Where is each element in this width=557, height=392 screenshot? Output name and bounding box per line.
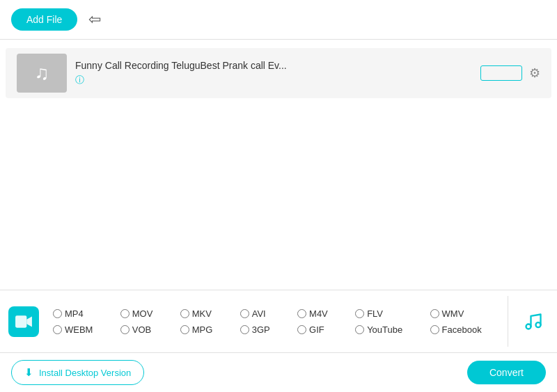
format-option-m4v[interactable]: M4V	[292, 308, 350, 319]
arrow-icon: ⇦	[88, 10, 101, 29]
format-option-mpg[interactable]: MPG	[175, 324, 235, 335]
file-name: Funny Call Recording TeluguBest Prank ca…	[75, 60, 472, 71]
bottom-bar: ⬇ Install Desktop Version Convert	[0, 352, 557, 392]
format-option-mkv[interactable]: MKV	[175, 308, 235, 319]
add-file-button[interactable]: Add File	[11, 8, 77, 31]
file-info: Funny Call Recording TeluguBest Prank ca…	[75, 60, 472, 86]
install-desktop-button[interactable]: ⬇ Install Desktop Version	[11, 360, 144, 385]
format-option-wmv[interactable]: WMV	[425, 308, 503, 319]
format-option-flv[interactable]: FLV	[350, 308, 424, 319]
download-icon: ⬇	[24, 366, 33, 379]
toolbar: Add File ⇦	[0, 0, 557, 40]
format-option-3gp[interactable]: 3GP	[235, 324, 292, 335]
format-option-webm[interactable]: WEBM	[47, 324, 115, 335]
install-label: Install Desktop Version	[39, 368, 131, 378]
file-list: ♫ Funny Call Recording TeluguBest Prank …	[0, 40, 557, 290]
file-thumbnail: ♫	[17, 54, 67, 93]
svg-point-2	[526, 324, 531, 329]
format-bar-divider	[508, 296, 508, 347]
music-note-icon: ♫	[35, 62, 49, 84]
format-grid: MP4 MOV MKV AVI M4V FLV WMV WEBM VOB MPG	[47, 308, 503, 335]
format-option-vob[interactable]: VOB	[115, 324, 175, 335]
video-format-icon[interactable]	[8, 306, 39, 337]
format-option-mov[interactable]: MOV	[115, 308, 175, 319]
format-option-mp4[interactable]: MP4	[47, 308, 115, 319]
file-actions: ⚙	[480, 65, 540, 81]
format-option-facebook[interactable]: Facebook	[425, 324, 503, 335]
info-icon[interactable]: ⓘ	[75, 74, 472, 86]
settings-icon[interactable]: ⚙	[529, 65, 540, 81]
audio-format-icon[interactable]	[518, 306, 549, 337]
svg-marker-1	[26, 316, 32, 327]
svg-point-3	[536, 322, 541, 327]
format-option-avi[interactable]: AVI	[235, 308, 292, 319]
format-bar: MP4 MOV MKV AVI M4V FLV WMV WEBM VOB MPG	[0, 290, 557, 352]
svg-rect-0	[15, 315, 26, 327]
convert-button[interactable]: Convert	[467, 361, 546, 384]
progress-bar	[480, 65, 522, 81]
format-option-gif[interactable]: GIF	[292, 324, 350, 335]
format-option-youtube[interactable]: YouTube	[350, 324, 424, 335]
file-item: ♫ Funny Call Recording TeluguBest Prank …	[6, 48, 551, 98]
